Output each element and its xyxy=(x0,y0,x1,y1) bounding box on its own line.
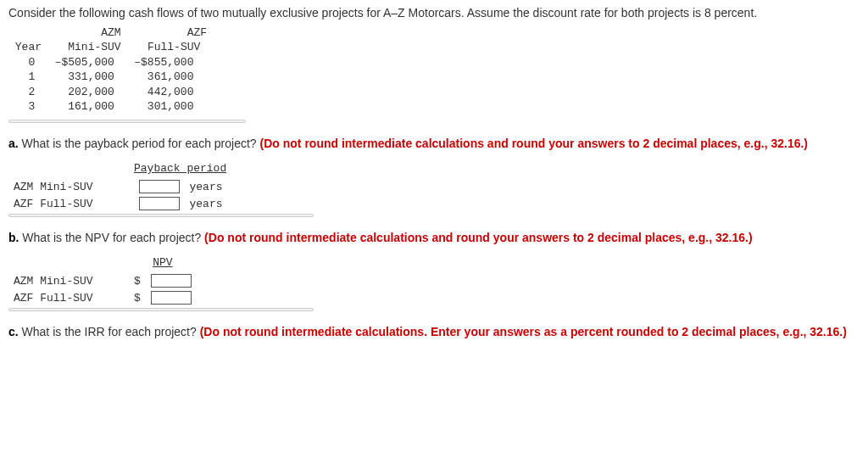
qb-note: (Do not round intermediate calculations … xyxy=(204,231,753,244)
intro-text: Consider the following cash flows of two… xyxy=(8,5,860,22)
currency-prefix: $ xyxy=(129,272,146,289)
npv-azm-input[interactable] xyxy=(151,274,192,288)
table-row: AZF Full-SUV years xyxy=(8,195,231,212)
table-row: AZM Mini-SUV $ xyxy=(8,272,197,289)
table-row: AZM Mini-SUV years xyxy=(8,178,231,195)
npv-azf-input[interactable] xyxy=(151,291,192,305)
npv-header: NPV xyxy=(129,254,197,272)
payback-header: Payback period xyxy=(129,160,231,178)
question-b: b. What is the NPV for each project? (Do… xyxy=(8,229,860,246)
qc-label: c. xyxy=(8,325,19,338)
question-c: c. What is the IRR for each project? (Do… xyxy=(8,323,860,340)
row-label: AZM Mini-SUV xyxy=(14,275,124,288)
qa-note: (Do not round intermediate calculations … xyxy=(260,137,809,150)
npv-answer-table: NPV AZM Mini-SUV $ AZF Full-SUV $ xyxy=(8,254,197,306)
table-row: AZF Full-SUV $ xyxy=(8,289,197,306)
divider-bar xyxy=(8,308,314,311)
row-label: AZM Mini-SUV xyxy=(14,181,124,193)
currency-prefix: $ xyxy=(129,289,146,306)
row-label: AZF Full-SUV xyxy=(14,292,124,305)
payback-azm-input[interactable] xyxy=(139,180,180,193)
payback-azf-input[interactable] xyxy=(139,197,180,210)
divider-bar xyxy=(8,120,246,123)
qc-prompt: What is the IRR for each project? xyxy=(22,325,197,338)
row-label: AZF Full-SUV xyxy=(14,198,124,210)
qb-label: b. xyxy=(8,231,19,244)
qc-note: (Do not round intermediate calculations.… xyxy=(200,325,847,338)
payback-answer-table: Payback period AZM Mini-SUV years AZF Fu… xyxy=(8,160,231,212)
unit-label: years xyxy=(185,178,232,195)
qa-prompt: What is the payback period for each proj… xyxy=(22,137,257,150)
divider-bar xyxy=(8,214,314,217)
question-a: a. What is the payback period for each p… xyxy=(8,135,860,152)
unit-label: years xyxy=(185,195,232,212)
cashflow-table: AZM AZF Year Mini-SUV Full-SUV 0 –$505,0… xyxy=(8,25,860,115)
qa-label: a. xyxy=(8,137,19,150)
qb-prompt: What is the NPV for each project? xyxy=(22,231,201,244)
